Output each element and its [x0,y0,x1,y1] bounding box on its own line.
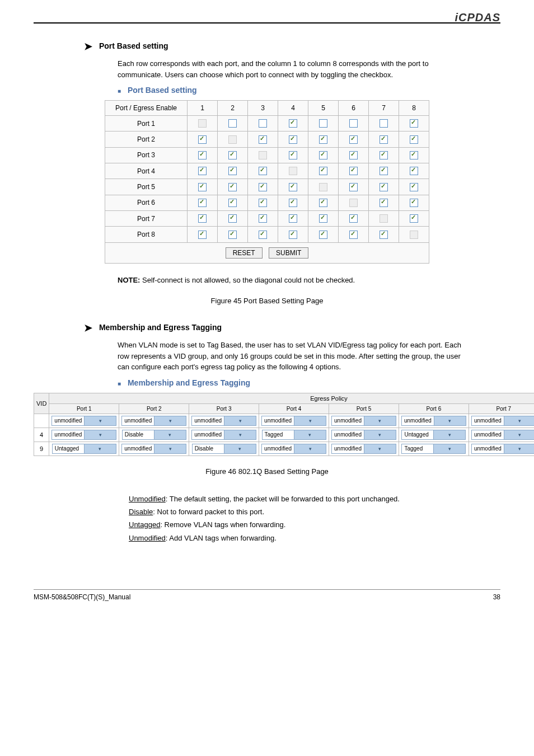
egress-policy-select[interactable]: unmodified▾ [261,416,326,426]
egress-policy-select[interactable]: unmodified▾ [51,430,116,440]
reset-button[interactable]: RESET [226,247,263,259]
egress-policy-select[interactable]: unmodified▾ [261,444,326,454]
egress-policy-select[interactable]: unmodified▾ [471,444,534,454]
port-checkbox[interactable] [349,151,358,159]
port-checkbox[interactable] [198,214,207,223]
egress-policy-select[interactable]: Tagged▾ [401,444,466,454]
port-checkbox[interactable] [410,167,418,175]
port-checkbox[interactable] [198,167,207,175]
egress-policy-select[interactable]: unmodified▾ [121,444,186,454]
port-checkbox [198,119,207,128]
port-checkbox[interactable] [228,167,237,175]
footer-page-number: 38 [493,593,500,601]
submit-button[interactable]: SUBMIT [269,247,308,259]
port-checkbox[interactable] [349,231,358,239]
port-checkbox[interactable] [228,199,237,207]
port-checkbox[interactable] [410,214,418,223]
chevron-down-icon: ▾ [364,444,396,453]
port-checkbox[interactable] [259,135,267,144]
egress-policy-select[interactable]: unmodified▾ [191,416,256,426]
chevron-down-icon: ▾ [504,444,534,453]
port-checkbox[interactable] [319,214,327,223]
port-checkbox[interactable] [228,183,237,191]
port-checkbox[interactable] [289,231,297,239]
port-checkbox[interactable] [228,214,237,223]
port-checkbox[interactable] [259,167,267,175]
chevron-down-icon: ▾ [433,430,465,439]
port-checkbox[interactable] [259,183,267,191]
egress-policy-select[interactable]: Disable▾ [192,444,256,454]
port-checkbox[interactable] [349,167,358,175]
egress-policy-select[interactable]: unmodified▾ [331,430,396,440]
egress-policy-select[interactable]: unmodified▾ [471,430,534,440]
egress-policy-select[interactable]: unmodified▾ [471,416,534,426]
port-checkbox[interactable] [198,199,207,207]
port-checkbox[interactable] [349,135,358,144]
port-checkbox[interactable] [349,214,358,223]
port-checkbox[interactable] [410,183,418,191]
port-checkbox[interactable] [259,231,267,239]
port-checkbox[interactable] [380,151,388,159]
port-row-label: Port 1 [105,116,188,132]
port-checkbox[interactable] [380,231,388,239]
port-col-header: 3 [248,101,278,116]
port-checkbox[interactable] [349,183,358,191]
port-checkbox[interactable] [289,119,297,128]
egress-policy-select[interactable]: unmodified▾ [331,444,396,454]
port-checkbox[interactable] [228,151,237,159]
port-row-label: Port 7 [105,210,188,226]
port-checkbox[interactable] [319,231,327,239]
port-checkbox[interactable] [319,151,327,159]
port-checkbox[interactable] [289,151,297,159]
port-row-label: Port 5 [105,179,188,195]
port-checkbox[interactable] [259,119,267,128]
port-checkbox[interactable] [319,119,327,128]
port-checkbox[interactable] [259,214,267,223]
port-checkbox[interactable] [380,119,388,128]
port-checkbox[interactable] [380,199,388,207]
egress-policy-select[interactable]: unmodified▾ [331,416,396,426]
chevron-down-icon: ▾ [294,430,326,439]
port-checkbox[interactable] [198,231,207,239]
chevron-down-icon: ▾ [84,416,116,425]
port-header: Port 1 [49,403,119,414]
arrow-icon: ➤ [84,322,92,334]
port-checkbox[interactable] [380,135,388,144]
port-checkbox[interactable] [289,199,297,207]
port-checkbox[interactable] [410,151,418,159]
port-checkbox[interactable] [228,119,237,128]
port-checkbox[interactable] [289,183,297,191]
egress-policy-select[interactable]: Untagged▾ [52,444,116,454]
egress-policy-select[interactable]: Untagged▾ [401,430,466,440]
port-checkbox[interactable] [410,135,418,144]
port-checkbox[interactable] [380,183,388,191]
port-checkbox[interactable] [259,199,267,207]
port-row-label: Port 4 [105,163,188,179]
port-checkbox[interactable] [349,119,358,128]
egress-policy-select[interactable]: unmodified▾ [51,416,116,426]
port-checkbox[interactable] [228,231,237,239]
port-header: Port 7 [469,403,534,414]
port-checkbox[interactable] [198,151,207,159]
egress-policy-select[interactable]: unmodified▾ [121,416,186,426]
port-row-label: Port 3 [105,147,188,163]
egress-policy-select[interactable]: unmodified▾ [191,430,256,440]
port-checkbox[interactable] [319,199,327,207]
port-checkbox[interactable] [289,135,297,144]
egress-option: Unmodified: Add VLAN tags when forwardin… [129,532,461,544]
port-header: Port 5 [329,403,399,414]
port-checkbox[interactable] [319,167,327,175]
port-checkbox[interactable] [198,135,207,144]
egress-policy-select[interactable]: Disable▾ [122,430,186,440]
port-checkbox[interactable] [319,135,327,144]
port-col-header: 5 [308,101,339,116]
port-checkbox[interactable] [380,167,388,175]
port-checkbox[interactable] [410,199,418,207]
port-checkbox[interactable] [198,183,207,191]
port-checkbox[interactable] [410,119,418,128]
membership-table: VID Egress Policy operation Port 1 Port … [34,393,534,456]
egress-policy-select[interactable]: unmodified▾ [401,416,466,426]
egress-policy-select[interactable]: Tagged▾ [262,430,326,440]
port-checkbox[interactable] [289,214,297,223]
egress-option: Untagged: Remove VLAN tags when forwardi… [129,518,461,531]
